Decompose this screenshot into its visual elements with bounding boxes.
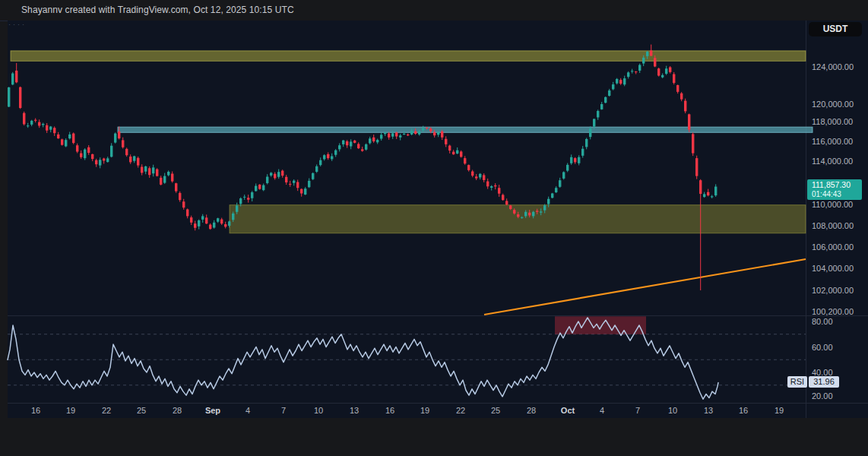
time-axis-label: 16 bbox=[31, 406, 40, 415]
time-axis-label: 25 bbox=[137, 406, 146, 415]
time-axis-label: 13 bbox=[704, 406, 713, 415]
time-axis-label: 7 bbox=[635, 406, 640, 415]
time-axis-label: 19 bbox=[66, 406, 75, 415]
chart-title: Shayannv created with TradingView.com, O… bbox=[21, 5, 294, 15]
last-price-value: 111,857.30 bbox=[812, 181, 862, 190]
rsi-axis-label: 20.00 bbox=[812, 391, 833, 401]
quote-currency-badge[interactable]: USDT bbox=[809, 22, 862, 36]
price-axis-label: 100,200.00 bbox=[812, 307, 854, 316]
rsi-label-badge: RSI bbox=[787, 376, 807, 388]
time-axis-divider bbox=[8, 403, 868, 404]
price-axis-label: 110,000.00 bbox=[812, 200, 853, 209]
price-axis-label: 124,000.00 bbox=[812, 62, 854, 71]
time-axis-label: 28 bbox=[173, 406, 182, 415]
time-axis-label: 4 bbox=[246, 406, 250, 415]
price-axis-label: 120,000.00 bbox=[812, 100, 854, 109]
footer-bar: TradingView bbox=[0, 418, 868, 456]
time-axis-label: 4 bbox=[600, 406, 604, 415]
time-axis-label: 16 bbox=[739, 406, 748, 415]
time-axis-label: 16 bbox=[385, 406, 394, 415]
price-axis-label: 114,000.00 bbox=[812, 157, 853, 166]
watermark-dots: ···· bbox=[8, 21, 27, 28]
title-bar: Shayannv created with TradingView.com, O… bbox=[0, 0, 868, 21]
price-axis-label: 102,000.00 bbox=[812, 286, 854, 295]
time-axis-label: 22 bbox=[456, 406, 465, 415]
time-axis-label: 19 bbox=[775, 406, 784, 415]
time-axis-label: 13 bbox=[350, 406, 359, 415]
tradingview-chart-window: Shayannv created with TradingView.com, O… bbox=[0, 0, 868, 456]
price-axis-label: 118,000.00 bbox=[812, 117, 853, 126]
time-axis-label: 10 bbox=[668, 406, 677, 415]
rsi-axis-label: 80.00 bbox=[812, 317, 833, 326]
time-axis-label: 28 bbox=[527, 406, 536, 415]
last-price-badge: 111,857.30 01:44:43 bbox=[807, 179, 862, 200]
price-axis-label: 106,000.00 bbox=[812, 242, 854, 252]
price-axis-label: 116,000.00 bbox=[812, 137, 853, 146]
time-axis-label: 22 bbox=[102, 406, 111, 415]
time-axis-label: Sep bbox=[205, 406, 220, 415]
pane-divider[interactable] bbox=[8, 315, 868, 316]
price-axis-label: 108,000.00 bbox=[812, 221, 854, 230]
rsi-axis-label: 60.00 bbox=[812, 343, 833, 352]
rsi-value-badge: 31.96 bbox=[809, 376, 839, 388]
time-axis-label: Oct bbox=[561, 406, 575, 415]
time-axis-label: 19 bbox=[420, 406, 429, 415]
time-axis-label: 10 bbox=[314, 406, 323, 415]
price-axis-border bbox=[806, 21, 806, 418]
candle-countdown: 01:44:43 bbox=[812, 190, 862, 199]
time-axis-label: 25 bbox=[491, 406, 500, 415]
chart-canvas[interactable] bbox=[8, 21, 868, 418]
price-axis-label: 104,000.00 bbox=[812, 264, 854, 273]
time-axis-label: 7 bbox=[281, 406, 286, 415]
